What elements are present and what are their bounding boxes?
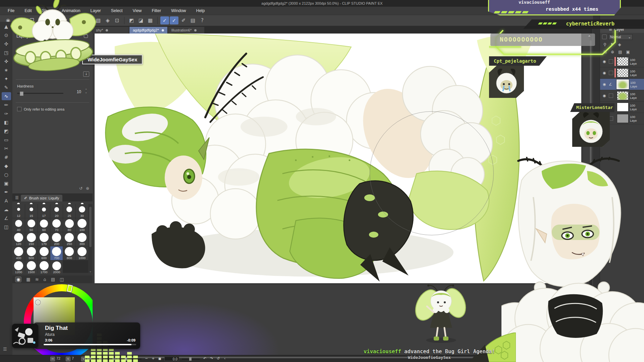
material-tool[interactable]: ◫ xyxy=(2,223,11,231)
brush-size-12[interactable]: 12 xyxy=(12,204,25,218)
color-history-icon[interactable]: ◫ xyxy=(60,277,64,282)
balloon-tool[interactable]: ☁ xyxy=(2,205,11,214)
select-area-tool[interactable]: ∗ xyxy=(2,66,11,74)
figure-tool[interactable]: ◆ xyxy=(2,162,11,170)
brush-size-100[interactable]: 100 xyxy=(76,218,88,232)
selection-outside-icon[interactable]: ◪ xyxy=(137,16,145,24)
new-correction-layer-icon[interactable]: ⊕ xyxy=(611,50,614,54)
brush-size-70[interactable]: 70 xyxy=(50,218,63,232)
brush-size-tab[interactable]: ✐ Brush size: Liquify xyxy=(21,195,62,201)
gradient-tool[interactable]: ◩ xyxy=(2,127,11,135)
brush-tool[interactable]: ✑ xyxy=(2,110,11,118)
selection-launcher-icon[interactable]: ◩ xyxy=(127,16,136,24)
brush-size-150[interactable]: 150 xyxy=(25,232,38,246)
brush-size-50[interactable]: 50 xyxy=(25,218,38,232)
canvas-vertical-scrollbar[interactable] xyxy=(589,34,592,355)
brush-size-1500[interactable]: 1500 xyxy=(25,260,38,274)
zoom-out-icon[interactable]: − xyxy=(145,356,148,361)
color-set-icon[interactable]: ⌂ xyxy=(44,277,46,282)
menu-story[interactable]: Story xyxy=(37,7,57,15)
layer-row[interactable]: ◉100Laye xyxy=(600,67,644,79)
color-slider-icon[interactable]: ▦ xyxy=(26,277,30,282)
hardness-stepper[interactable]: ⌃⌄ xyxy=(85,89,87,94)
brush-size-800[interactable]: 800 xyxy=(63,246,75,260)
brush-size-40[interactable]: 40 xyxy=(12,218,25,232)
color-wheel-icon[interactable]: ◉ xyxy=(15,277,21,282)
sv-selector[interactable] xyxy=(36,300,40,305)
marquee-tool[interactable]: ▭ xyxy=(2,136,11,144)
layer-thumbnail[interactable] xyxy=(616,79,629,89)
document-tab[interactable]: shy* xyxy=(93,27,129,34)
brush-size-250[interactable]: 250 xyxy=(63,232,75,246)
zoom-tool[interactable]: ⊙ xyxy=(2,31,11,39)
new-raster-layer-icon[interactable]: ⊞ xyxy=(603,50,607,54)
brush-size-1700[interactable]: 1700 xyxy=(38,260,50,274)
lock-icon[interactable] xyxy=(84,35,88,38)
brush-size-2000[interactable]: 2000 xyxy=(50,260,63,274)
menu-animation[interactable]: Animation xyxy=(57,7,86,15)
brush-size-200[interactable]: 200 xyxy=(50,232,63,246)
brush-size-500[interactable]: 500 xyxy=(25,246,38,260)
lock-layer-icon[interactable]: ◈ xyxy=(618,42,621,47)
approx-color-icon[interactable]: ≋ xyxy=(35,277,39,282)
blend-mode-dropdown[interactable]: Normal⌄ xyxy=(608,34,633,40)
document-tab[interactable]: Illustration6* xyxy=(168,27,204,34)
brush-size-80[interactable]: 80 xyxy=(63,218,75,232)
scroll-down-icon[interactable]: ⌄ xyxy=(88,269,93,273)
operation-tool[interactable]: ▲ xyxy=(2,22,11,31)
fill-tool[interactable]: ◧ xyxy=(2,118,11,126)
brush-size-700[interactable]: 700 xyxy=(50,246,63,260)
zoom-in-icon[interactable]: + xyxy=(152,356,155,361)
layer-thumbnail[interactable] xyxy=(617,68,629,77)
chevron-up-icon[interactable]: ⌃ xyxy=(588,35,591,40)
help-icon[interactable]: ? xyxy=(198,16,207,24)
grid-tool[interactable]: # xyxy=(2,153,11,161)
hardness-slider[interactable] xyxy=(17,93,63,94)
document-tab[interactable]: agdgdfgdfgdg2* xyxy=(129,27,167,34)
collapse-statusbar-icon[interactable]: ‹ xyxy=(224,356,225,361)
layer-checkbox[interactable] xyxy=(609,71,613,75)
correct-line-tool[interactable]: ∠ xyxy=(2,214,11,222)
tab-close-icon[interactable] xyxy=(194,29,197,32)
mannequin-icon[interactable]: ⚲ xyxy=(603,42,606,47)
menu-file[interactable]: File xyxy=(3,7,19,15)
move-layer-tool[interactable]: ✜ xyxy=(2,57,11,65)
toolstrip-menu-icon[interactable]: ☰ xyxy=(3,347,7,352)
brush-grid-scrollbar[interactable]: ⌄ xyxy=(88,204,93,273)
layer-thumbnail[interactable] xyxy=(617,57,629,66)
tab-close-icon[interactable] xyxy=(106,29,108,32)
layer-row[interactable]: ◉100Laye xyxy=(600,90,644,102)
snap-to-special-ruler-icon[interactable]: ✓ xyxy=(170,16,178,24)
download-preset-icon[interactable]: ↓ xyxy=(83,71,89,77)
hardness-value[interactable]: 10 xyxy=(77,89,81,94)
rotate-right-icon[interactable]: ↷ xyxy=(210,356,213,361)
brush-size-120[interactable]: 120 xyxy=(12,232,25,246)
fit-to-screen-icon[interactable]: ■ xyxy=(158,357,161,360)
brush-size-1200[interactable]: 1200 xyxy=(12,260,25,274)
blend-liquify-tool[interactable]: ∿ xyxy=(2,92,11,100)
tab-close-icon[interactable] xyxy=(162,29,164,32)
transform-icon[interactable]: ⊡ xyxy=(113,16,121,24)
layer-visibility-eye-icon[interactable]: ◉ xyxy=(600,82,609,86)
brush-size-170[interactable]: 170 xyxy=(38,232,50,246)
selection-pen-tool[interactable]: ✂ xyxy=(2,144,11,153)
rotate-slider[interactable] xyxy=(182,358,200,360)
rotate-value[interactable]: 0.0 xyxy=(164,357,179,361)
text-tool[interactable]: A xyxy=(2,197,11,205)
layer-row[interactable]: ◉∠100Laye xyxy=(600,79,644,90)
brush-size-25[interactable]: 25 xyxy=(63,204,75,218)
register-tool-icon[interactable]: ⊕ xyxy=(86,186,89,191)
menu-help[interactable]: Help xyxy=(191,7,210,15)
editing-area-checkbox[interactable] xyxy=(17,107,21,111)
layer-checkbox[interactable] xyxy=(609,59,613,64)
layer-visibility-eye-icon[interactable]: ◉ xyxy=(600,94,609,98)
layer-thumbnail[interactable] xyxy=(617,114,629,123)
brush-size-17[interactable]: 17 xyxy=(38,204,50,218)
pencil-tool[interactable]: ✏ xyxy=(2,101,11,109)
object-tool[interactable]: ◳ xyxy=(2,49,11,57)
menu-select[interactable]: Select xyxy=(106,7,128,15)
deco-tool[interactable]: ✒ xyxy=(2,188,11,196)
layer-visibility-eye-icon[interactable]: ◉ xyxy=(600,71,609,75)
brush-size-15[interactable]: 15 xyxy=(25,204,38,218)
invert-selection-icon[interactable]: ◈ xyxy=(103,16,112,24)
